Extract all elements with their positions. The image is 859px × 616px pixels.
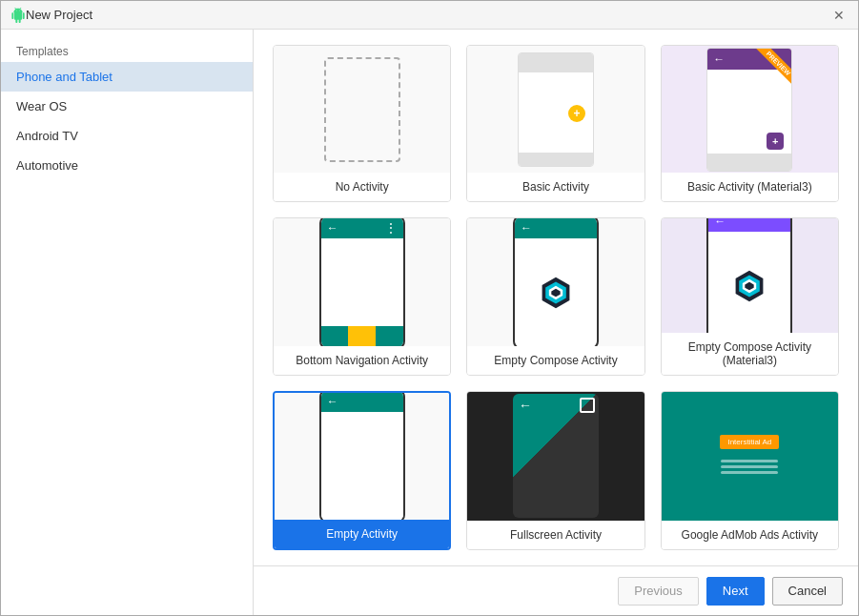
fullscreen-label: Fullscreen Activity [467,521,644,549]
template-card-empty-activity[interactable]: ← Empty Activity [273,391,451,550]
no-activity-preview [274,46,450,173]
android-icon [10,8,26,23]
compose-m3-logo-icon [732,269,767,303]
fullscreen-expand-icon [580,398,595,413]
back-arrow-icon: ← [327,221,338,235]
fullscreen-phone: ← [513,394,599,518]
basic-activity-bottom-bar [519,153,593,166]
template-card-admob[interactable]: Interstitial Ad Google AdMob Ads Activit… [661,391,839,550]
bottom-nav-phone: ← ⋮ [319,218,405,345]
admob-label: Google AdMob Ads Activity [662,521,838,549]
empty-compose-m3-phone: ← [706,218,792,332]
no-activity-dashed-box [324,57,400,162]
template-card-bottom-nav[interactable]: ← ⋮ Bottom Navigation Activity [273,217,451,375]
empty-compose-m3-label: Empty Compose Activity (Material3) [662,333,838,375]
no-activity-label: No Activity [274,173,450,201]
compose-top-bar: ← [515,218,597,238]
template-card-no-activity[interactable]: No Activity [273,45,451,202]
new-project-window: New Project ✕ Templates Phone and Tablet… [0,0,859,616]
admob-preview: Interstitial Ad [662,392,838,521]
basic-activity-m3-preview: ← + PREVIEW [662,46,838,173]
next-button[interactable]: Next [706,577,765,606]
empty-compose-label: Empty Compose Activity [467,346,644,375]
sidebar-item-wear-os[interactable]: Wear OS [1,92,253,121]
admob-banner: Interstitial Ad [720,435,779,449]
sidebar-item-android-tv[interactable]: Android TV [1,121,253,151]
template-grid: No Activity + Basic Activity [254,30,858,565]
empty-activity-top-bar: ← [321,393,403,413]
sidebar-item-automotive[interactable]: Automotive [1,151,253,180]
titlebar: New Project ✕ [1,1,858,30]
main-content: No Activity + Basic Activity [254,30,858,615]
bottom-nav-label: Bottom Navigation Activity [274,346,450,375]
basic-activity-label: Basic Activity [467,173,644,201]
previous-button[interactable]: Previous [618,577,699,606]
empty-activity-body [321,412,403,520]
bottom-nav-top-bar: ← ⋮ [321,218,403,238]
admob-content-lines [721,457,778,477]
sidebar-item-phone-tablet[interactable]: Phone and Tablet [1,62,253,92]
nav-item-3 [376,326,403,346]
compose-body [515,238,597,346]
compose-logo-icon [539,276,573,310]
footer: Previous Next Cancel [254,565,858,615]
close-button[interactable]: ✕ [829,6,849,25]
empty-activity-label: Empty Activity [275,520,449,548]
content-area: Templates Phone and Tablet Wear OS Andro… [1,30,858,615]
nav-item-1 [321,326,349,346]
template-card-empty-compose-m3[interactable]: ← Empty Com [661,217,839,375]
empty-compose-phone: ← [513,218,599,345]
nav-item-2 [348,326,376,346]
template-card-fullscreen[interactable]: ← Fullscreen Activity [466,391,644,550]
empty-compose-preview: ← [467,218,644,345]
sidebar-section-label: Templates [1,37,253,62]
bottom-nav-body [321,238,403,326]
template-card-empty-compose[interactable]: ← [466,217,644,375]
compose-m3-body [708,232,790,333]
basic-activity-phone: + [518,52,594,167]
basic-activity-fab: + [568,105,585,122]
basic-activity-top-bar [519,53,593,72]
template-card-basic-activity-m3[interactable]: ← + PREVIEW Basic Activity (Mat [661,45,839,202]
more-icon: ⋮ [384,220,398,236]
fullscreen-back-icon: ← [519,398,532,413]
empty-compose-m3-preview: ← [662,218,838,332]
admob-line-1 [721,460,778,462]
admob-line-2 [721,465,778,468]
bottom-nav-bar [321,326,403,346]
fullscreen-preview: ← [467,392,644,521]
basic-activity-m3-label: Basic Activity (Material3) [662,173,838,201]
admob-line-3 [721,471,778,474]
admob-phone: Interstitial Ad [706,394,792,518]
basic-activity-preview: + [467,46,644,173]
empty-activity-preview: ← [275,393,449,520]
cancel-button[interactable]: Cancel [772,577,843,606]
bottom-nav-preview: ← ⋮ [274,218,450,345]
titlebar-title: New Project [26,8,829,22]
empty-activity-phone: ← [319,393,405,520]
sidebar: Templates Phone and Tablet Wear OS Andro… [1,30,254,615]
template-card-basic-activity[interactable]: + Basic Activity [466,45,644,202]
compose-m3-top-bar: ← [708,218,790,232]
